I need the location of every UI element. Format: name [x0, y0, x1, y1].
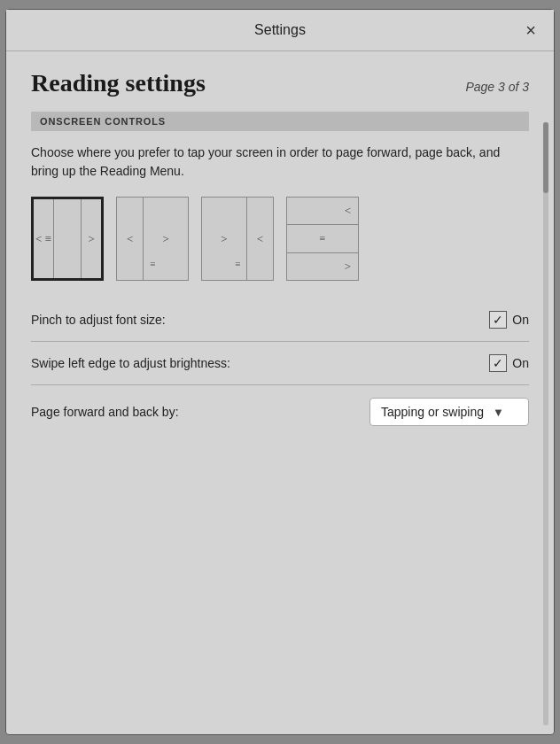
settings-dialog: Settings × Reading settings Page 3 of 3 …	[5, 9, 555, 735]
layout-card-3[interactable]: > < ≡	[201, 197, 274, 281]
pinch-font-size-on: On	[512, 313, 529, 327]
card1-right-icon: >	[81, 199, 101, 278]
page-title: Reading settings	[31, 69, 206, 97]
page-heading-row: Reading settings Page 3 of 3	[31, 69, 529, 97]
layout-card-1[interactable]: < ≡ >	[31, 197, 104, 281]
card2-menu-icon: ≡	[150, 259, 155, 269]
section-description: Choose where you prefer to tap your scre…	[31, 143, 529, 181]
card3-right-zone: <	[246, 198, 273, 280]
page-forward-row: Page forward and back by: Tapping or swi…	[31, 385, 529, 438]
dialog-title: Settings	[254, 22, 306, 38]
dialog-body: Reading settings Page 3 of 3 ONSCREEN CO…	[6, 51, 554, 734]
swipe-brightness-checkbox[interactable]: ✓	[489, 354, 507, 372]
page-forward-dropdown[interactable]: Tapping or swiping ▼	[369, 398, 529, 426]
card4-bottom-zone: >	[287, 253, 358, 280]
pinch-font-size-row: Pinch to adjust font size: ✓ On	[31, 298, 529, 342]
layout-card-2[interactable]: < > ≡	[116, 197, 189, 281]
scrollbar[interactable]	[543, 122, 548, 725]
card1-center-zone	[54, 199, 81, 278]
swipe-brightness-control: ✓ On	[489, 354, 529, 372]
scrollbar-thumb	[543, 122, 548, 193]
swipe-brightness-label: Swipe left edge to adjust brightness:	[31, 356, 230, 370]
swipe-brightness-on: On	[512, 356, 529, 370]
layout-options: < ≡ > < > ≡ > < ≡	[31, 197, 529, 281]
page-indicator: Page 3 of 3	[465, 80, 529, 94]
pinch-font-size-label: Pinch to adjust font size:	[31, 313, 166, 327]
close-button[interactable]: ×	[522, 18, 540, 43]
card1-left-icon: < ≡	[35, 232, 51, 246]
pinch-font-size-checkbox[interactable]: ✓	[489, 311, 507, 329]
dialog-header: Settings ×	[6, 10, 554, 51]
pinch-font-size-control: ✓ On	[489, 311, 529, 329]
card4-middle-zone: ≡	[287, 225, 358, 252]
chevron-down-icon: ▼	[493, 406, 504, 419]
card2-left-zone: <	[117, 198, 144, 280]
dropdown-value: Tapping or swiping	[381, 405, 484, 419]
card4-top-zone: <	[287, 198, 358, 225]
section-label: ONSCREEN CONTROLS	[31, 112, 529, 131]
layout-card-4[interactable]: < ≡ >	[286, 197, 359, 281]
card3-menu-icon: ≡	[235, 259, 240, 269]
page-forward-label: Page forward and back by:	[31, 405, 179, 419]
swipe-brightness-row: Swipe left edge to adjust brightness: ✓ …	[31, 342, 529, 385]
card1-left-zone: < ≡	[34, 199, 54, 278]
